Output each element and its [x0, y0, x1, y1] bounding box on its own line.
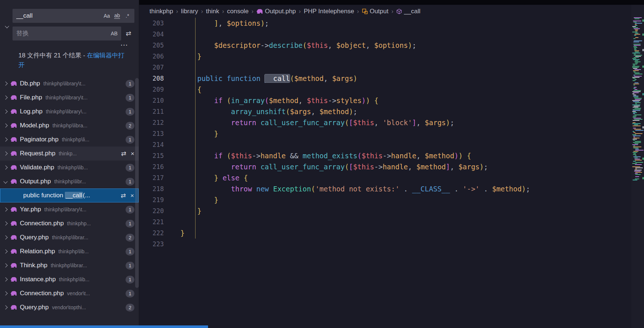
code-line[interactable]: 211 array_unshift($args, $method);: [139, 106, 644, 117]
dismiss-icon[interactable]: ×: [130, 193, 134, 199]
regex-button[interactable]: .*: [123, 11, 132, 21]
file-result-row[interactable]: Db.phpthinkphp\library\t...1: [0, 77, 139, 91]
whole-word-button[interactable]: ab: [112, 11, 122, 21]
more-actions-button[interactable]: ⋯: [120, 42, 129, 48]
chevron-right-icon[interactable]: [3, 95, 7, 99]
code-line[interactable]: 217 } else {: [139, 172, 644, 183]
breadcrumb-item[interactable]: console: [227, 8, 249, 15]
code-line[interactable]: 215 if ($this->handle && method_exists($…: [139, 150, 644, 161]
file-result-row[interactable]: Request.phpthinkp...⇄×: [0, 147, 139, 161]
file-result-row[interactable]: Yar.phpthinkphp\library\t...1: [0, 202, 139, 216]
minimap[interactable]: [631, 5, 644, 328]
breadcrumb-item[interactable]: PHP Intelephense: [304, 8, 354, 15]
match-case-button[interactable]: Aa: [102, 11, 112, 21]
code-area[interactable]: 203 ], $options);204205 $descriptor->des…: [139, 18, 644, 328]
breadcrumb-item[interactable]: library: [181, 8, 198, 15]
chevron-down-icon[interactable]: [3, 179, 7, 183]
code-line[interactable]: 213 }: [139, 128, 644, 139]
line-number[interactable]: 208: [139, 73, 164, 84]
line-number[interactable]: 207: [139, 62, 164, 73]
line-number[interactable]: 212: [139, 117, 164, 128]
chevron-right-icon[interactable]: [3, 291, 7, 295]
chevron-right-icon[interactable]: [3, 263, 7, 267]
line-number[interactable]: 216: [139, 161, 164, 172]
code-line[interactable]: 208 public function __call($method, $arg…: [139, 73, 644, 84]
line-number[interactable]: 209: [139, 84, 164, 95]
code-line[interactable]: 203 ], $options);: [139, 18, 644, 29]
code-line[interactable]: 206 }: [139, 51, 644, 62]
sidebar-scrollbar[interactable]: [135, 78, 139, 288]
replace-all-icon[interactable]: ⇄: [121, 151, 126, 157]
replace-all-button[interactable]: ⇄: [123, 28, 134, 39]
code-line[interactable]: 216 return call_user_func_array([$this->…: [139, 161, 644, 172]
file-result-row[interactable]: Log.phpthinkphp\library\...1: [0, 105, 139, 119]
line-number[interactable]: 220: [139, 205, 164, 216]
file-result-row[interactable]: File.phpthinkphp\library\t...1: [0, 91, 139, 105]
chevron-right-icon[interactable]: [3, 207, 7, 211]
breadcrumb-item[interactable]: Output: [362, 8, 388, 15]
code-line[interactable]: 223: [139, 239, 644, 250]
file-result-row[interactable]: Think.phpthinkphp\librar...1: [0, 258, 139, 272]
line-number[interactable]: 203: [139, 18, 164, 29]
line-number[interactable]: 223: [139, 239, 164, 250]
dismiss-icon[interactable]: ×: [131, 151, 134, 157]
match-result-row[interactable]: public function __call(...⇄×: [0, 188, 139, 202]
chevron-right-icon[interactable]: [3, 305, 7, 309]
replace-input[interactable]: [16, 30, 109, 37]
code-line[interactable]: 210 if (in_array($method, $this->styles)…: [139, 95, 644, 106]
horizontal-scrollbar[interactable]: [0, 325, 208, 328]
breadcrumb-item[interactable]: think: [206, 8, 219, 15]
file-result-row[interactable]: Paginator.phpthinkphp\li...1: [0, 133, 139, 147]
line-number[interactable]: 213: [139, 128, 164, 139]
chevron-right-icon[interactable]: [3, 109, 7, 113]
code-line[interactable]: 212 return call_user_func_array([$this, …: [139, 117, 644, 128]
chevron-right-icon[interactable]: [3, 235, 7, 239]
search-input[interactable]: [16, 12, 101, 20]
code-line[interactable]: 205 $descriptor->describe($this, $object…: [139, 40, 644, 51]
breadcrumb-item[interactable]: Output.php: [256, 8, 296, 15]
code-line[interactable]: 204: [139, 29, 644, 40]
breadcrumb-item[interactable]: __call: [396, 8, 420, 15]
chevron-right-icon[interactable]: [3, 165, 7, 169]
code-line[interactable]: 221: [139, 216, 644, 228]
line-number[interactable]: 205: [139, 40, 164, 51]
replace-icon[interactable]: ⇄: [121, 193, 126, 199]
preserve-case-button[interactable]: AB: [109, 29, 119, 38]
chevron-right-icon[interactable]: [3, 123, 7, 127]
file-result-row[interactable]: Model.phpthinkphp\libra...2: [0, 119, 139, 133]
file-result-row[interactable]: Connection.phpthinkphp...1: [0, 216, 139, 230]
code-line[interactable]: 207: [139, 62, 644, 73]
line-number[interactable]: 218: [139, 183, 164, 194]
code-line[interactable]: 222}: [139, 228, 644, 239]
breadcrumb-item[interactable]: thinkphp: [149, 8, 173, 15]
file-result-row[interactable]: Query.phpthinkphp\librar...2: [0, 230, 139, 244]
chevron-right-icon[interactable]: [3, 151, 7, 155]
code-line[interactable]: 209 {: [139, 84, 644, 95]
line-number[interactable]: 221: [139, 216, 164, 228]
chevron-right-icon[interactable]: [3, 277, 7, 281]
code-line[interactable]: 219 }: [139, 194, 644, 205]
code-line[interactable]: 218 throw new Exception('method not exis…: [139, 183, 644, 194]
chevron-right-icon[interactable]: [3, 81, 7, 85]
chevron-right-icon[interactable]: [3, 221, 7, 225]
toggle-replace-button[interactable]: [3, 22, 11, 30]
line-number[interactable]: 222: [139, 228, 164, 239]
file-result-row[interactable]: Instance.phpthinkphp\lib...1: [0, 272, 139, 286]
chevron-right-icon[interactable]: [3, 249, 7, 253]
file-result-row[interactable]: Connection.phpvendor\t...1: [0, 286, 139, 300]
file-result-row[interactable]: Relation.phpthinkphp\lib...1: [0, 244, 139, 258]
line-number[interactable]: 214: [139, 139, 164, 150]
line-number[interactable]: 215: [139, 150, 164, 161]
line-number[interactable]: 217: [139, 172, 164, 183]
file-result-row[interactable]: Validate.phpthinkphp\lib...1: [0, 161, 139, 174]
line-number[interactable]: 211: [139, 106, 164, 117]
line-number[interactable]: 210: [139, 95, 164, 106]
file-result-row[interactable]: Output.phpthinkphp\libr...1: [0, 174, 139, 188]
line-number[interactable]: 206: [139, 51, 164, 62]
code-line[interactable]: 214: [139, 139, 644, 150]
code-line[interactable]: 220 }: [139, 205, 644, 216]
line-number[interactable]: 204: [139, 29, 164, 40]
chevron-right-icon[interactable]: [3, 137, 7, 141]
line-number[interactable]: 219: [139, 194, 164, 205]
file-result-row[interactable]: Query.phpvendor\topthi...2: [0, 300, 139, 314]
